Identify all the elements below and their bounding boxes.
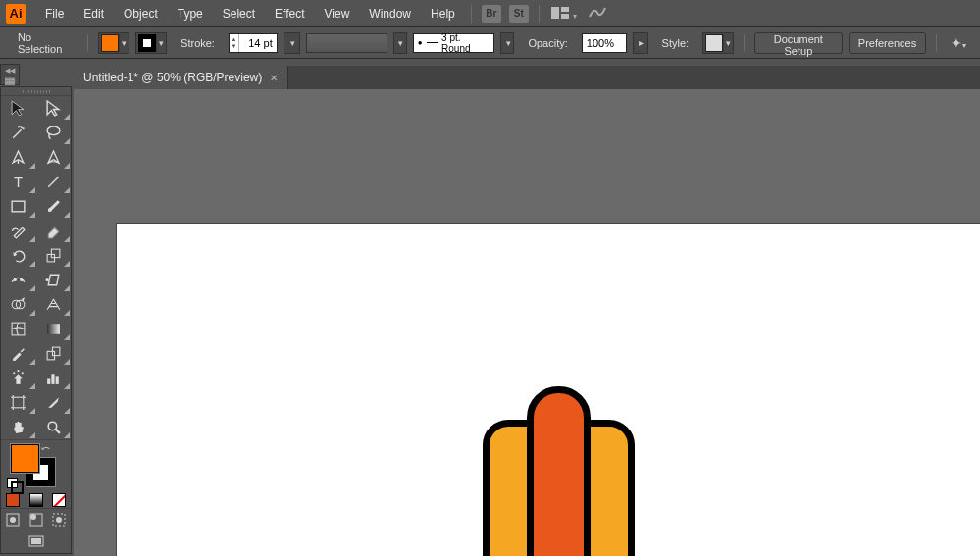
opacity-input[interactable]: 100% — [582, 33, 627, 53]
svg-rect-1 — [561, 7, 569, 12]
bullet-icon: ● — [418, 38, 423, 47]
symbol-sprayer-tool[interactable] — [1, 366, 36, 390]
hand-tool[interactable] — [1, 415, 36, 439]
gpu-icon[interactable] — [585, 5, 610, 22]
menu-effect[interactable]: Effect — [267, 3, 312, 25]
menu-object[interactable]: Object — [116, 3, 166, 25]
svg-point-11 — [45, 278, 48, 281]
app-logo-icon: Ai — [6, 4, 26, 24]
svg-line-5 — [48, 177, 59, 187]
preferences-button[interactable]: Preferences — [849, 32, 926, 54]
artwork-sausage-shape[interactable] — [527, 386, 591, 556]
svg-rect-18 — [17, 377, 21, 383]
menu-help[interactable]: Help — [423, 3, 463, 25]
svg-rect-23 — [51, 374, 54, 384]
svg-point-29 — [10, 517, 16, 523]
fill-color-swatch[interactable] — [11, 444, 39, 473]
pen-tool[interactable] — [1, 145, 36, 170]
artboard-tool[interactable] — [1, 390, 36, 415]
document-tabs: Untitled-1* @ 50% (RGB/Preview) ✕ — [74, 66, 980, 89]
variable-width-profile[interactable]: ● 3 pt. Round — [413, 33, 494, 53]
direct-selection-tool[interactable] — [36, 96, 72, 121]
svg-point-19 — [13, 372, 15, 374]
zoom-tool[interactable] — [36, 415, 72, 439]
slice-tool[interactable] — [36, 390, 72, 415]
magic-wand-tool[interactable] — [1, 121, 36, 145]
blend-tool[interactable] — [36, 341, 72, 366]
menu-select[interactable]: Select — [215, 3, 263, 25]
swap-fill-stroke-icon[interactable]: ⤺ — [41, 442, 50, 455]
bridge-icon[interactable]: Br — [482, 5, 501, 23]
stock-icon[interactable]: St — [509, 5, 529, 23]
canvas-area[interactable] — [74, 89, 980, 556]
separator — [539, 5, 540, 23]
chevron-down-icon: ▾ — [288, 34, 298, 52]
selection-tool[interactable] — [1, 96, 36, 121]
chevron-down-icon: ▾ — [156, 34, 166, 52]
width-tool[interactable] — [1, 268, 36, 292]
screen-mode-button[interactable] — [1, 531, 71, 553]
stepper-arrows-icon[interactable]: ▲▼ — [230, 34, 239, 52]
profile-dropdown[interactable]: ▾ — [500, 32, 514, 54]
close-icon[interactable]: ✕ — [270, 73, 278, 83]
separator — [87, 34, 88, 52]
opacity-dropdown[interactable]: ▸ — [633, 32, 648, 54]
menu-view[interactable]: View — [317, 3, 358, 25]
free-transform-tool[interactable] — [36, 268, 72, 292]
stroke-label: Stroke: — [173, 37, 223, 49]
perspective-grid-tool[interactable] — [36, 292, 72, 317]
tab-untitled[interactable]: Untitled-1* @ 50% (RGB/Preview) ✕ — [74, 66, 288, 89]
draw-inside-icon[interactable] — [47, 509, 71, 531]
menu-edit[interactable]: Edit — [76, 3, 112, 25]
none-mode-button[interactable] — [47, 491, 71, 508]
menu-window[interactable]: Window — [361, 3, 419, 25]
svg-line-27 — [55, 430, 59, 433]
graphic-style-dropdown[interactable]: ▾ — [702, 32, 734, 54]
mesh-tool[interactable] — [1, 317, 36, 341]
column-graph-tool[interactable] — [36, 366, 72, 390]
fill-swatch-dropdown[interactable]: ▾ — [98, 32, 129, 54]
style-label: Style: — [654, 37, 697, 49]
type-tool[interactable]: T — [1, 170, 36, 194]
profile-value: 3 pt. Round — [441, 32, 490, 54]
eyedropper-tool[interactable] — [1, 341, 36, 366]
scale-tool[interactable] — [36, 243, 72, 268]
rectangle-tool[interactable] — [1, 194, 36, 219]
gradient-mode-button[interactable] — [25, 491, 48, 508]
shape-builder-tool[interactable] — [1, 292, 36, 317]
chevron-down-icon: ▾ — [396, 34, 406, 52]
svg-rect-25 — [13, 397, 24, 408]
svg-rect-22 — [47, 379, 50, 384]
default-fill-stroke-icon[interactable] — [7, 478, 19, 489]
menu-bar: Ai File Edit Object Type Select Effect V… — [0, 0, 980, 26]
eraser-tool[interactable] — [36, 219, 72, 243]
rotate-tool[interactable] — [1, 243, 36, 268]
shaper-tool[interactable] — [1, 219, 36, 243]
panel-collapse-handle[interactable]: ◀◀▓▓ — [0, 64, 20, 85]
separator — [471, 5, 472, 23]
document-setup-button[interactable]: Document Setup — [754, 32, 843, 54]
menu-file[interactable]: File — [37, 3, 72, 25]
lasso-tool[interactable] — [36, 121, 72, 145]
panel-grip[interactable] — [1, 87, 71, 96]
brush-dropdown[interactable]: ▾ — [393, 32, 407, 54]
artboard — [117, 224, 980, 556]
line-tool[interactable] — [36, 170, 72, 194]
separator — [744, 34, 745, 52]
curvature-tool[interactable] — [36, 145, 72, 170]
stroke-weight-dropdown[interactable]: ▾ — [284, 32, 301, 54]
paintbrush-tool[interactable] — [36, 194, 72, 219]
stroke-weight-input[interactable]: ▲▼ 14 pt — [229, 33, 278, 53]
selection-label: No Selection — [10, 31, 77, 55]
svg-rect-24 — [55, 376, 58, 384]
svg-rect-8 — [51, 249, 60, 258]
gradient-tool[interactable] — [36, 317, 72, 341]
brush-definition-dropdown[interactable] — [306, 33, 387, 53]
draw-normal-icon[interactable] — [1, 509, 25, 531]
align-icon[interactable]: ✦▾ — [947, 35, 970, 51]
arrange-icon[interactable]: ▾ — [547, 6, 581, 22]
opacity-value: 100% — [587, 37, 614, 49]
stroke-swatch-dropdown[interactable]: ▾ — [135, 32, 167, 54]
draw-behind-icon[interactable] — [25, 509, 48, 531]
menu-type[interactable]: Type — [170, 3, 211, 25]
